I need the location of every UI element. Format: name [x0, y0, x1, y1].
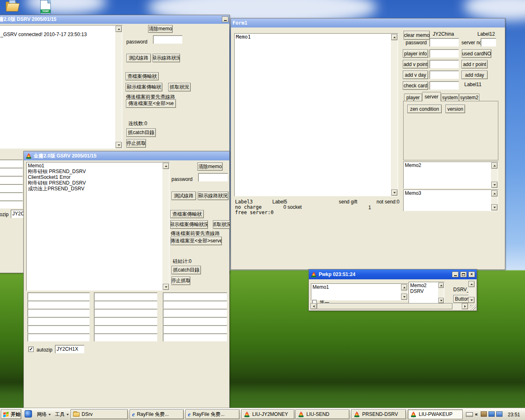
- form1-add-r-point-button[interactable]: add r point: [461, 60, 488, 68]
- text-field[interactable]: [0, 184, 23, 192]
- taskbar-item-rayfile-1[interactable]: e RayFile 免费...: [130, 409, 184, 419]
- form1-memo1[interactable]: Memo1: [234, 33, 398, 196]
- scrollbar[interactable]: [438, 283, 444, 303]
- text-field[interactable]: [163, 333, 227, 342]
- horizontal-scrollbar[interactable]: [310, 303, 468, 309]
- tab-system[interactable]: system: [441, 94, 459, 101]
- scroll-up-button[interactable]: [491, 190, 498, 196]
- quick-launch-icon[interactable]: [25, 410, 32, 418]
- dsrv-catch-dir-button[interactable]: 抓catch目錄: [126, 128, 156, 137]
- scroll-down-button[interactable]: [468, 297, 475, 303]
- gsrv-catch-dir-button[interactable]: 抓catch目錄: [171, 266, 201, 274]
- dsrv-send-all-button[interactable]: 傳送檔案至<全部>se: [126, 99, 176, 108]
- dsrv-test-line-button[interactable]: 測試線路: [126, 54, 151, 62]
- text-field[interactable]: [27, 333, 90, 342]
- dsrv-catch-status-button[interactable]: 抓取狀況: [168, 83, 191, 91]
- text-field[interactable]: [27, 292, 90, 301]
- form1-server-no-field[interactable]: [481, 38, 496, 47]
- text-field[interactable]: [94, 301, 158, 309]
- form1-check-card-button[interactable]: check card: [403, 81, 428, 90]
- dsrv-titlebar[interactable]: 金庸2.0版 DSRV 2005/01/15: [0, 15, 229, 24]
- text-field[interactable]: [94, 317, 158, 325]
- scroll-up-button[interactable]: [391, 34, 397, 40]
- text-field[interactable]: [163, 317, 227, 325]
- form1-version-button[interactable]: version: [445, 105, 465, 113]
- gsrv-test-line-button[interactable]: 測試線路: [171, 192, 196, 200]
- vertical-scrollbar[interactable]: [468, 281, 475, 303]
- scroll-left-button[interactable]: [310, 303, 317, 309]
- scroll-up-button[interactable]: [468, 281, 475, 287]
- dsrv-password-field[interactable]: [153, 35, 183, 44]
- text-field[interactable]: [0, 160, 23, 168]
- text-field[interactable]: [163, 325, 227, 333]
- text-field[interactable]: [27, 301, 90, 309]
- taskbar-item-liu-jy2money[interactable]: LIU-JY2MONEY: [241, 409, 294, 419]
- text-field[interactable]: [94, 333, 158, 342]
- tray-picture-icon[interactable]: [481, 411, 487, 417]
- gsrv-show-file-transfer-button[interactable]: 顯示檔案傳輸狀況: [170, 220, 208, 229]
- scrollbar[interactable]: [491, 162, 498, 188]
- gsrv-titlebar[interactable]: 金庸2.0版 GSRV 2005/01/15: [24, 151, 229, 160]
- scrollbar[interactable]: [491, 190, 498, 210]
- pwkp-titlebar[interactable]: Pwkp 023:51:24 ×: [309, 269, 477, 279]
- scrollbar[interactable]: [162, 163, 169, 290]
- tab-system2[interactable]: system2: [459, 94, 479, 101]
- scroll-right-button[interactable]: [462, 303, 468, 309]
- text-field[interactable]: [0, 192, 23, 201]
- gsrv-show-line-button[interactable]: 顯示線路狀況: [198, 192, 228, 200]
- dsrv-show-line-button[interactable]: 顯示線路狀況: [153, 54, 180, 62]
- dsrv-clear-memo-button[interactable]: 清除memo: [148, 25, 173, 33]
- gsrv-stop-catch-button[interactable]: 停止抓取: [171, 276, 190, 285]
- gsrv-catch-status-button[interactable]: 抓取狀況: [213, 220, 230, 229]
- gsrv-clear-memo-button[interactable]: 清除memo: [197, 162, 223, 171]
- gsrv-memo[interactable]: Memo1 刚帝硅钡 PRSEND_DSRV ClientSocket1 Err…: [26, 162, 170, 291]
- text-field[interactable]: [27, 325, 90, 333]
- taskbar-item-liu-pwakeup[interactable]: LIU-PWAKEUP: [408, 409, 463, 419]
- text-field[interactable]: [94, 325, 158, 333]
- resize-grip[interactable]: [470, 305, 476, 310]
- tab-server[interactable]: server: [422, 92, 441, 101]
- form1-add-v-day-button[interactable]: add v day: [403, 71, 428, 79]
- form1-zen-condition-button[interactable]: zen condition: [407, 105, 442, 113]
- scroll-down-button[interactable]: [391, 189, 397, 196]
- gsrv-zip-field[interactable]: JY2CH1X: [55, 345, 84, 354]
- form1-clear-memo-button[interactable]: clear memo: [404, 31, 430, 40]
- start-button[interactable]: 开始: [1, 409, 21, 419]
- scroll-down-button[interactable]: [116, 142, 122, 148]
- text-field[interactable]: [163, 292, 227, 301]
- tray-computer-icon[interactable]: [496, 411, 502, 417]
- desktop-icon-temp[interactable]: TEMP: [39, 0, 55, 16]
- scroll-down-button[interactable]: [438, 298, 444, 303]
- taskbar-item-dsrv[interactable]: DSrv: [71, 409, 128, 419]
- dsrv-check-file-transfer-button[interactable]: 查檔案傳輸狀: [126, 72, 159, 80]
- maximize-button[interactable]: [460, 272, 467, 277]
- pwkp-memo1[interactable]: Memo1: [311, 283, 408, 301]
- form1-add-v-day-field[interactable]: [429, 71, 459, 79]
- minimize-button[interactable]: [452, 272, 459, 277]
- taskbar-item-liu-send[interactable]: LIU-SEND: [295, 409, 349, 419]
- minimize-button[interactable]: [222, 16, 228, 22]
- pwkp-listbox[interactable]: Memo2 DSRV: [409, 282, 445, 304]
- toolbar-menu-tools[interactable]: 工具: [55, 411, 69, 418]
- form1-add-rday-button[interactable]: add rday: [461, 71, 488, 79]
- text-field[interactable]: [94, 292, 158, 301]
- gsrv-check-file-transfer-button[interactable]: 查檔案傳輸狀: [170, 210, 204, 218]
- text-field[interactable]: [163, 309, 227, 317]
- scroll-up-button[interactable]: [116, 26, 122, 32]
- text-field[interactable]: [0, 201, 23, 209]
- gsrv-send-all-button[interactable]: 傳送檔案至<全部>serve: [171, 237, 222, 245]
- scroll-up-button[interactable]: [401, 284, 407, 290]
- text-field[interactable]: [0, 176, 23, 184]
- form1-memo3[interactable]: Memo3: [403, 189, 498, 211]
- gsrv-password-field[interactable]: [198, 173, 228, 182]
- form1-player-info-field[interactable]: [429, 49, 459, 58]
- scrollbar-thumb[interactable]: [317, 303, 452, 309]
- dsrv-stop-catch-button[interactable]: 停止抓取: [126, 139, 146, 148]
- form1-password-field[interactable]: [429, 38, 459, 47]
- scroll-down-button[interactable]: [491, 204, 498, 210]
- dsrv-show-file-transfer-button[interactable]: 顯示檔案傳輸狀: [126, 83, 162, 91]
- scroll-up-button[interactable]: [438, 283, 444, 288]
- text-field[interactable]: [163, 301, 227, 309]
- scroll-up-button[interactable]: [163, 163, 169, 169]
- form1-player-info-button[interactable]: player info: [403, 49, 428, 58]
